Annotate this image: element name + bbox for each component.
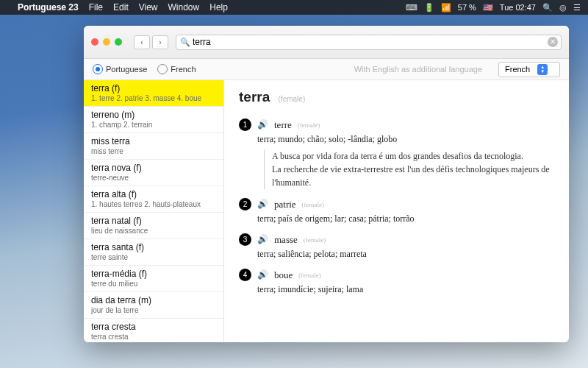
- sense-number: 2: [239, 198, 251, 210]
- entry-title: terra (female): [239, 89, 554, 105]
- result-sub: terra cresta: [91, 333, 216, 341]
- result-item[interactable]: terra natal (f)lieu de naissance: [84, 213, 223, 239]
- battery-percent: 57 %: [458, 3, 476, 12]
- result-head: dia da terra (m): [91, 295, 216, 305]
- entry-detail: terra (female) 1🔊terre(female)terra; mun…: [224, 80, 569, 342]
- result-sub: jour de la terre: [91, 306, 216, 314]
- menu-item[interactable]: Edit: [113, 2, 129, 13]
- result-item[interactable]: miss terramiss terre: [84, 133, 223, 160]
- result-head: terra nova (f): [91, 163, 216, 173]
- forward-button[interactable]: ›: [152, 35, 168, 49]
- radio-french[interactable]: French: [157, 64, 196, 74]
- result-item[interactable]: dia da terra (m)jour de la terre: [84, 292, 223, 319]
- menu-item[interactable]: File: [89, 2, 103, 13]
- history-nav: ‹ ›: [134, 35, 168, 49]
- translation: masse: [274, 234, 298, 246]
- sense-number: 4: [239, 269, 251, 281]
- additional-language-hint: With English as additional language: [354, 65, 482, 74]
- translation: patrie: [274, 199, 296, 210]
- synonyms: terra; mundo; chão; solo; -lândia; globo: [257, 134, 554, 145]
- target-language-select[interactable]: French ▲▼: [498, 62, 560, 77]
- gender-tag: (female): [304, 236, 326, 244]
- result-head: terra cresta: [91, 322, 216, 332]
- result-sub: lieu de naissance: [91, 227, 216, 235]
- input-flag-icon[interactable]: 🇺🇸: [483, 3, 493, 13]
- zoom-button[interactable]: [115, 38, 122, 46]
- menu-item[interactable]: Window: [168, 2, 200, 13]
- gender-tag: (female): [302, 201, 324, 208]
- minimize-button[interactable]: [103, 38, 110, 46]
- sense: 3🔊masse(female)terra; saliência; pelota;…: [239, 233, 554, 260]
- sense: 2🔊patrie(female)terra; país de origem; l…: [239, 198, 554, 224]
- result-head: terra-média (f): [91, 269, 216, 279]
- result-item[interactable]: terra-média (f)terre du milieu: [84, 266, 223, 292]
- synonyms: terra; país de origem; lar; casa; pátria…: [257, 213, 554, 224]
- siri-icon[interactable]: ◎: [559, 3, 567, 13]
- result-item[interactable]: terra (f)1. terre 2. patrie 3. masse 4. …: [84, 80, 223, 107]
- close-button[interactable]: [91, 38, 98, 46]
- sense: 1🔊terre(female)terra; mundo; chão; solo;…: [239, 118, 554, 189]
- result-item[interactable]: terra santa (f)terre sainte: [84, 239, 223, 266]
- wifi-icon[interactable]: 📶: [441, 3, 451, 13]
- sense-number: 1: [239, 118, 251, 131]
- window-body: terra (f)1. terre 2. patrie 3. masse 4. …: [84, 80, 569, 342]
- result-head: miss terra: [91, 136, 216, 146]
- result-sub: terre-neuve: [91, 174, 216, 182]
- result-sub: 1. hautes terres 2. hauts-plateaux: [91, 200, 216, 208]
- window-toolbar: ‹ › 🔍 ✕: [84, 26, 569, 59]
- synonyms: terra; imundície; sujeira; lama: [257, 284, 554, 295]
- app-name-menu[interactable]: Portuguese 23: [18, 2, 79, 13]
- back-button[interactable]: ‹: [134, 35, 150, 49]
- search-field-wrapper: 🔍 ✕: [176, 35, 562, 50]
- result-item[interactable]: terreno (m)1. champ 2. terrain: [84, 107, 223, 133]
- select-arrows-icon: ▲▼: [537, 64, 548, 75]
- spotlight-icon[interactable]: 🔍: [542, 3, 553, 13]
- speaker-icon[interactable]: 🔊: [257, 269, 268, 280]
- result-head: terra santa (f): [91, 242, 216, 252]
- senses-container: 1🔊terre(female)terra; mundo; chão; solo;…: [239, 118, 554, 295]
- result-item[interactable]: terra alta (f)1. hautes terres 2. hauts-…: [84, 186, 223, 213]
- result-head: terra (f): [91, 83, 216, 93]
- translation: terre: [274, 119, 292, 131]
- clock[interactable]: Tue 02:47: [500, 3, 536, 12]
- notification-center-icon[interactable]: ☰: [573, 3, 581, 13]
- result-sub: 1. terre 2. patrie 3. masse 4. boue: [91, 94, 216, 102]
- language-toolbar: Portuguese French With English as additi…: [84, 59, 569, 80]
- synonyms: terra; saliência; pelota; marreta: [257, 249, 554, 260]
- result-sub: terre du milieu: [91, 280, 216, 288]
- radio-portuguese[interactable]: Portuguese: [93, 64, 147, 74]
- macos-menubar: Portuguese 23 FileEditViewWindowHelp ⌨ 🔋…: [0, 0, 588, 15]
- result-item[interactable]: terra crestaterra cresta: [84, 319, 223, 342]
- result-sub: miss terre: [91, 147, 216, 155]
- speaker-icon[interactable]: 🔊: [257, 199, 268, 210]
- sense: 4🔊boue(female)terra; imundície; sujeira;…: [239, 269, 554, 295]
- result-sub: terre sainte: [91, 253, 216, 261]
- result-item[interactable]: terra nova (f)terre-neuve: [84, 160, 223, 186]
- translation: boue: [274, 269, 293, 281]
- result-head: terra alta (f): [91, 189, 216, 199]
- results-sidebar[interactable]: terra (f)1. terre 2. patrie 3. masse 4. …: [84, 80, 224, 342]
- speaker-icon[interactable]: 🔊: [257, 234, 268, 245]
- sense-number: 3: [239, 233, 251, 246]
- gender-tag: (female): [298, 121, 320, 129]
- text-input-icon[interactable]: ⌨: [406, 3, 417, 13]
- menubar-status-area: ⌨ 🔋 📶 57 % 🇺🇸 Tue 02:47 🔍 ◎ ☰: [406, 3, 581, 13]
- gender-tag: (female): [298, 272, 320, 279]
- menu-item[interactable]: Help: [209, 2, 228, 13]
- example-sentences: A busca por vida fora da terra é um dos …: [264, 149, 554, 189]
- result-head: terreno (m): [91, 110, 216, 120]
- result-head: terra natal (f): [91, 216, 216, 226]
- menu-item[interactable]: View: [139, 2, 158, 13]
- window-controls: [91, 38, 122, 46]
- clear-search-icon[interactable]: ✕: [548, 37, 558, 47]
- battery-icon[interactable]: 🔋: [424, 3, 434, 13]
- app-window: ‹ › 🔍 ✕ Portuguese French With English a…: [84, 26, 569, 342]
- result-sub: 1. champ 2. terrain: [91, 121, 216, 129]
- speaker-icon[interactable]: 🔊: [257, 119, 268, 130]
- search-input[interactable]: [176, 35, 562, 50]
